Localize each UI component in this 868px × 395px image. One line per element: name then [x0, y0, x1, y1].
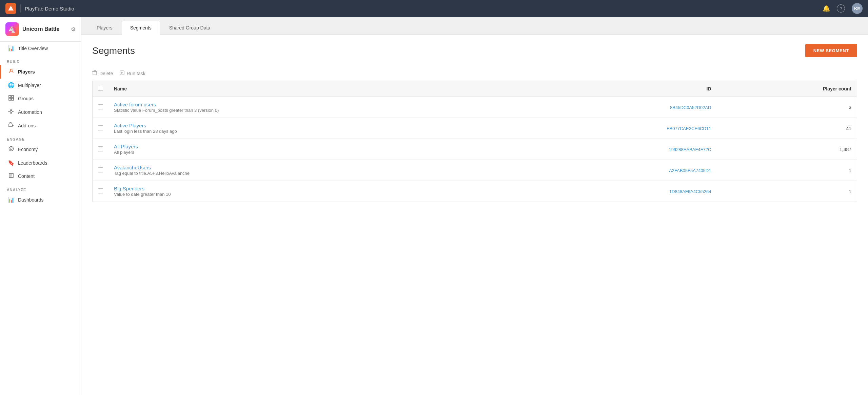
row-name-cell: All Players All players [108, 139, 519, 160]
segment-id-4[interactable]: 1D848AF6A4C55264 [669, 189, 711, 194]
player-count-0: 3 [849, 105, 851, 110]
title-overview-label: Title Overview [18, 46, 48, 51]
user-avatar[interactable]: KE [852, 3, 863, 14]
topbar-right: 🔔 ? KE [823, 3, 863, 14]
sidebar-economy-label: Economy [18, 147, 38, 152]
tab-shared-group-data[interactable]: Shared Group Data [161, 21, 219, 35]
analyze-section-label: ANALYZE [0, 183, 81, 193]
svg-rect-2 [9, 96, 11, 98]
segment-desc-2: All players [114, 150, 134, 155]
row-player-count-cell: 3 [716, 97, 857, 118]
action-bar: Delete Run task [92, 67, 857, 81]
groups-icon [8, 95, 15, 102]
sidebar-item-automation[interactable]: Automation [0, 105, 81, 119]
row-id-cell: A2FAB05F5A7405D1 [519, 160, 716, 181]
row-name-cell: Big Spenders Value to date greater than … [108, 181, 519, 202]
sidebar-item-title-overview[interactable]: 📊 Title Overview [0, 42, 81, 55]
segment-id-3[interactable]: A2FAB05F5A7405D1 [669, 168, 711, 173]
select-all-header [93, 81, 109, 97]
table-row: AvalancheUsers Tag equal to title.A5F3.H… [93, 160, 857, 181]
segment-name-link-1[interactable]: Active Players [114, 123, 514, 128]
sidebar-dashboards-label: Dashboards [18, 197, 44, 203]
row-checkbox-cell [93, 181, 109, 202]
table-row: Active forum users Statistic value Forum… [93, 97, 857, 118]
tab-players[interactable]: Players [88, 21, 121, 35]
row-name-cell: AvalancheUsers Tag equal to title.A5F3.H… [108, 160, 519, 181]
segment-name-link-4[interactable]: Big Spenders [114, 186, 514, 191]
svg-marker-0 [8, 6, 14, 11]
content-icon [8, 173, 15, 180]
sidebar-item-economy[interactable]: Economy [0, 143, 81, 156]
sidebar-game-header: 🦄 Unicorn Battle ⚙ [0, 17, 81, 42]
playfab-logo [5, 3, 16, 14]
select-all-checkbox[interactable] [98, 86, 103, 91]
row-checkbox-3[interactable] [98, 167, 103, 172]
sidebar-item-addons[interactable]: Add-ons [0, 119, 81, 132]
help-icon[interactable]: ? [837, 4, 845, 13]
notification-icon[interactable]: 🔔 [823, 5, 830, 12]
segment-id-0[interactable]: 8B45DC0A52D02AD [670, 105, 711, 110]
svg-rect-3 [12, 96, 14, 98]
tab-bar: Players Segments Shared Group Data [81, 17, 868, 35]
sidebar-leaderboards-label: Leaderboards [18, 160, 47, 166]
row-checkbox-1[interactable] [98, 125, 103, 130]
svg-rect-4 [9, 98, 11, 100]
player-count-1: 41 [846, 126, 851, 131]
main-content: Players Segments Shared Group Data Segme… [81, 17, 868, 395]
row-checkbox-cell [93, 97, 109, 118]
player-count-2: 1,487 [840, 147, 851, 152]
svg-point-1 [10, 69, 12, 71]
sidebar-item-multiplayer[interactable]: 🌐 Multiplayer [0, 79, 81, 92]
sidebar-groups-label: Groups [18, 96, 34, 101]
settings-icon[interactable]: ⚙ [71, 26, 76, 33]
svg-marker-27 [121, 72, 123, 74]
sidebar-item-leaderboards[interactable]: 🔖 Leaderboards [0, 156, 81, 169]
row-player-count-cell: 41 [716, 118, 857, 139]
player-count-3: 1 [849, 168, 851, 173]
sidebar-item-dashboards[interactable]: 📊 Dashboards [0, 193, 81, 206]
sidebar-multiplayer-label: Multiplayer [18, 83, 41, 88]
sidebar-content-label: Content [18, 173, 35, 179]
sidebar-item-groups[interactable]: Groups [0, 92, 81, 105]
svg-rect-12 [10, 123, 11, 124]
svg-point-10 [13, 111, 14, 112]
sidebar-item-content[interactable]: Content [0, 169, 81, 183]
run-task-button[interactable]: Run task [120, 70, 145, 76]
row-id-cell: 8B45DC0A52D02AD [519, 97, 716, 118]
sidebar-addons-label: Add-ons [18, 123, 36, 128]
row-checkbox-2[interactable] [98, 146, 103, 151]
segment-id-1[interactable]: EB077CAE2CE6CD11 [667, 126, 711, 131]
segments-table: Name ID Player count Active forum users … [92, 81, 857, 202]
delete-button[interactable]: Delete [92, 70, 113, 77]
segment-id-2[interactable]: 199288EABAF4F72C [669, 147, 711, 152]
svg-point-15 [9, 147, 14, 151]
tab-segments[interactable]: Segments [122, 21, 160, 35]
segment-name-link-3[interactable]: AvalancheUsers [114, 165, 514, 170]
play-icon [120, 70, 124, 76]
table-row: All Players All players 199288EABAF4F72C… [93, 139, 857, 160]
game-title: Unicorn Battle [22, 26, 59, 32]
row-id-cell: 199288EABAF4F72C [519, 139, 716, 160]
players-icon [8, 68, 15, 75]
segment-name-link-2[interactable]: All Players [114, 144, 514, 149]
multiplayer-icon: 🌐 [8, 82, 15, 88]
automation-icon [8, 109, 15, 116]
segment-desc-0: Statistic value Forum_posts greater than… [114, 108, 219, 113]
sidebar-item-players[interactable]: Players [0, 65, 81, 79]
engage-section-label: ENGAGE [0, 132, 81, 143]
segment-name-link-0[interactable]: Active forum users [114, 102, 514, 107]
studio-name: PlayFab Demo Studio [25, 6, 74, 12]
page-header: Segments NEW SEGMENT [92, 44, 857, 57]
dashboards-icon: 📊 [8, 196, 15, 203]
new-segment-button[interactable]: NEW SEGMENT [805, 44, 857, 57]
row-checkbox-cell [93, 139, 109, 160]
row-checkbox-4[interactable] [98, 188, 103, 193]
topbar: PlayFab Demo Studio 🔔 ? KE [0, 0, 868, 17]
row-checkbox-cell [93, 160, 109, 181]
sidebar: 🦄 Unicorn Battle ⚙ 📊 Title Overview BUIL… [0, 17, 81, 395]
addons-icon [8, 122, 15, 129]
economy-icon [8, 146, 15, 153]
row-checkbox-0[interactable] [98, 104, 103, 109]
name-column-header: Name [108, 81, 519, 97]
svg-point-8 [11, 113, 12, 114]
